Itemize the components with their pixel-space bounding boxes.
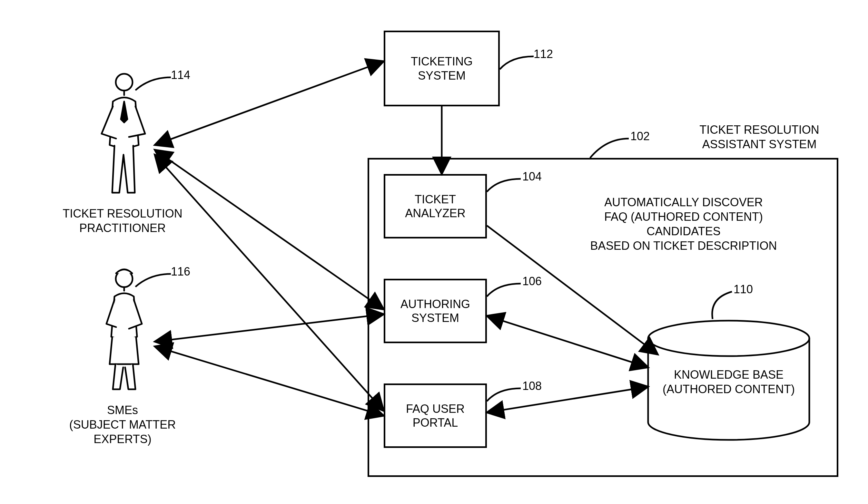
svg-line-6: [155, 155, 384, 411]
practitioner-label: TICKET RESOLUTION PRACTITIONER: [52, 206, 194, 235]
ref-110: 110: [734, 282, 753, 296]
sme-label: SMEs (SUBJECT MATTER EXPERTS): [39, 403, 206, 446]
ref-102: 102: [630, 129, 650, 144]
ref-106: 106: [522, 274, 542, 288]
ticketing-system-box: TICKETING SYSTEM: [384, 31, 500, 106]
authoring-system-box: AUTHORING SYSTEM: [384, 279, 487, 343]
ticketing-system-label: TICKETING SYSTEM: [411, 54, 473, 82]
svg-line-7: [155, 314, 384, 342]
practitioner-icon: [97, 71, 152, 201]
ref-116: 116: [171, 264, 190, 279]
assistant-note: AUTOMATICALLY DISCOVER FAQ (AUTHORED CON…: [568, 195, 800, 253]
knowledge-base-label: KNOWLEDGE BASE (AUTHORED CONTENT): [654, 367, 803, 396]
ref-102-leader: [588, 135, 630, 161]
authoring-system-label: AUTHORING SYSTEM: [401, 297, 470, 325]
ref-114: 114: [171, 68, 190, 82]
diagram-canvas: TICKET RESOLUTION ASSISTANT SYSTEM TICKE…: [0, 0, 868, 504]
ref-104: 104: [522, 169, 542, 184]
ref-108: 108: [522, 379, 542, 393]
ticket-analyzer-label: TICKET ANALYZER: [405, 192, 465, 220]
faq-user-portal-label: FAQ USER PORTAL: [406, 402, 465, 430]
ref-112-leader: [498, 53, 537, 73]
knowledge-base-cylinder: KNOWLEDGE BASE (AUTHORED CONTENT): [645, 319, 813, 443]
sme-icon: [97, 267, 152, 398]
assistant-system-title: TICKET RESOLUTION ASSISTANT SYSTEM: [690, 123, 829, 151]
faq-user-portal-box: FAQ USER PORTAL: [384, 384, 487, 448]
ticket-analyzer-box: TICKET ANALYZER: [384, 174, 487, 239]
svg-point-0: [648, 321, 809, 356]
ref-112: 112: [534, 47, 553, 61]
svg-point-1: [116, 74, 133, 91]
